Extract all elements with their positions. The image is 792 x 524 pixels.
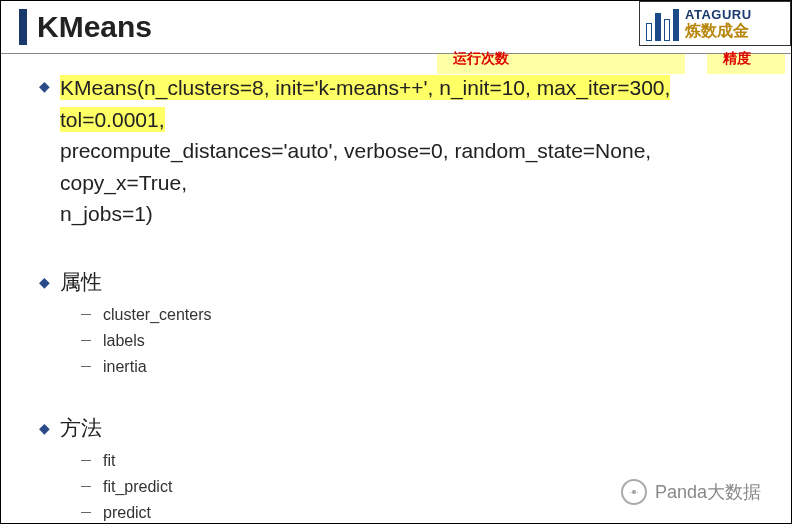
wechat-icon: ⋯ bbox=[621, 479, 647, 505]
method-label: fit bbox=[103, 452, 115, 470]
methods-heading: 方法 bbox=[60, 414, 102, 442]
watermark-text: Panda大数据 bbox=[655, 480, 761, 504]
attr-label: inertia bbox=[103, 358, 147, 376]
attributes-section: ◆ 属性 cluster_centers labels inertia bbox=[39, 268, 771, 376]
logo-text-cn: 炼数成金 bbox=[685, 23, 752, 39]
signature-line3: n_jobs=1) bbox=[60, 202, 153, 225]
page-title: KMeans bbox=[37, 10, 152, 44]
signature-text: KMeans(n_clusters=8, init='k-means++', n… bbox=[60, 72, 771, 230]
dash-icon bbox=[81, 314, 91, 315]
logo-bars-icon bbox=[646, 7, 679, 41]
signature-line2: precompute_distances='auto', verbose=0, … bbox=[60, 139, 651, 194]
list-item: inertia bbox=[81, 358, 771, 376]
attr-label: labels bbox=[103, 332, 145, 350]
list-item: labels bbox=[81, 332, 771, 350]
list-item: predict bbox=[81, 504, 771, 522]
bullet-diamond-icon: ◆ bbox=[39, 78, 50, 230]
bullet-diamond-icon: ◆ bbox=[39, 274, 50, 296]
list-item: cluster_centers bbox=[81, 306, 771, 324]
title-accent-bar bbox=[19, 9, 27, 45]
methods-section: ◆ 方法 fit fit_predict predict get_params … bbox=[39, 414, 771, 525]
list-item: fit bbox=[81, 452, 771, 470]
dash-icon bbox=[81, 512, 91, 513]
dash-icon bbox=[81, 486, 91, 487]
signature-line1: KMeans(n_clusters=8, init='k-means++', n… bbox=[60, 75, 670, 132]
logo-text-en: ATAGURU bbox=[685, 8, 752, 21]
watermark: ⋯ Panda大数据 bbox=[621, 479, 761, 505]
brand-logo: ATAGURU 炼数成金 bbox=[639, 1, 791, 46]
bullet-diamond-icon: ◆ bbox=[39, 420, 50, 442]
dash-icon bbox=[81, 340, 91, 341]
dash-icon bbox=[81, 460, 91, 461]
method-label: fit_predict bbox=[103, 478, 172, 496]
annotation-precision: 精度 bbox=[723, 50, 751, 68]
dash-icon bbox=[81, 366, 91, 367]
annotation-runs: 运行次数 bbox=[453, 50, 509, 68]
method-label: predict bbox=[103, 504, 151, 522]
attr-label: cluster_centers bbox=[103, 306, 212, 324]
attributes-heading: 属性 bbox=[60, 268, 102, 296]
signature-block: 运行次数 精度 ◆ KMeans(n_clusters=8, init='k-m… bbox=[39, 72, 771, 230]
